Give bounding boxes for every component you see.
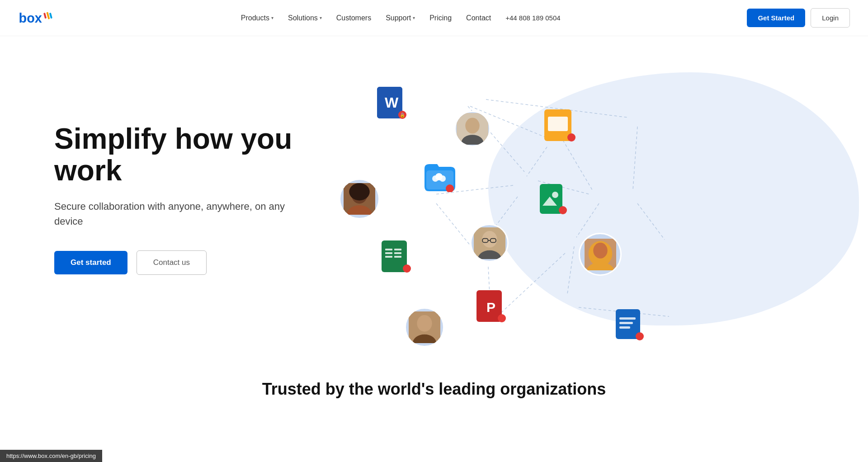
svg-line-9	[436, 203, 475, 251]
avatar-person1	[454, 111, 491, 147]
hero-subtitle: Secure collaboration with anyone, anywhe…	[54, 199, 307, 229]
svg-rect-70	[619, 322, 633, 324]
trusted-section: Trusted by the world's leading organizat…	[0, 362, 868, 417]
svg-point-53	[482, 231, 497, 247]
avatar-person3	[470, 224, 509, 262]
svg-rect-69	[619, 317, 636, 320]
svg-rect-3	[49, 12, 52, 18]
svg-point-35	[349, 183, 370, 201]
hero-section: Simplify how you work Secure collaborati…	[0, 36, 868, 362]
header-login-button[interactable]: Login	[811, 8, 850, 28]
avatar-person2	[339, 179, 380, 219]
hero-contact-button[interactable]: Contact us	[137, 250, 207, 275]
blue-box-icon	[615, 308, 646, 344]
svg-point-64	[498, 314, 506, 322]
svg-text:box: box	[19, 11, 42, 25]
svg-point-60	[593, 242, 608, 258]
svg-rect-71	[619, 326, 630, 329]
svg-rect-38	[385, 249, 392, 250]
avatar-person5	[405, 307, 444, 347]
svg-point-51	[559, 206, 567, 214]
svg-text:P: P	[486, 300, 495, 315]
svg-text:🔒: 🔒	[400, 112, 406, 118]
support-chevron-icon: ▾	[413, 15, 415, 20]
nav-phone[interactable]: +44 808 189 0504	[505, 14, 560, 22]
sheets-icon	[380, 240, 412, 278]
nav-contact[interactable]: Contact	[466, 14, 491, 22]
nav-products[interactable]: Products ▾	[241, 14, 274, 22]
svg-point-50	[552, 192, 558, 198]
svg-point-47	[567, 133, 576, 141]
svg-rect-46	[548, 117, 568, 131]
svg-rect-43	[394, 256, 401, 258]
solutions-chevron-icon: ▾	[320, 15, 322, 20]
nav-pricing[interactable]: Pricing	[429, 14, 452, 22]
products-chevron-icon: ▾	[271, 15, 274, 20]
hero-get-started-button[interactable]: Get started	[54, 251, 127, 274]
svg-rect-40	[385, 256, 392, 258]
svg-point-66	[417, 315, 432, 332]
word-doc-icon: W 🔒	[375, 86, 408, 124]
folder-icon	[423, 160, 457, 194]
hero-buttons: Get started Contact us	[54, 250, 307, 275]
nav-customers[interactable]: Customers	[336, 14, 371, 22]
nav-solutions[interactable]: Solutions ▾	[288, 14, 322, 22]
header-actions: Get Started Login	[747, 8, 850, 28]
svg-point-31	[435, 173, 443, 180]
nav-support[interactable]: Support ▾	[386, 14, 415, 22]
avatar-person4	[579, 233, 622, 276]
svg-rect-42	[394, 252, 401, 254]
svg-text:W: W	[385, 94, 399, 111]
svg-rect-1	[43, 12, 47, 18]
svg-rect-41	[394, 249, 401, 250]
main-header: box Products ▾ Solutions ▾ Customers Sup…	[0, 0, 868, 36]
svg-rect-39	[385, 252, 392, 254]
svg-rect-2	[46, 12, 50, 19]
green-doc-icon	[538, 183, 568, 219]
svg-point-44	[403, 264, 411, 273]
logo[interactable]: box	[18, 9, 54, 27]
svg-point-72	[636, 332, 644, 340]
header-get-started-button[interactable]: Get Started	[747, 9, 805, 27]
powerpoint-icon: P	[475, 289, 507, 327]
hero-illustration: .net-line { stroke: #a0b8d8; stroke-widt…	[326, 63, 832, 335]
trusted-title: Trusted by the world's leading organizat…	[36, 380, 832, 399]
hero-title: Simplify how you work	[54, 123, 307, 187]
main-nav: Products ▾ Solutions ▾ Customers Support…	[241, 14, 561, 22]
hero-content: Simplify how you work Secure collaborati…	[54, 123, 307, 275]
slides-icon	[542, 108, 577, 146]
svg-point-26	[465, 118, 480, 134]
